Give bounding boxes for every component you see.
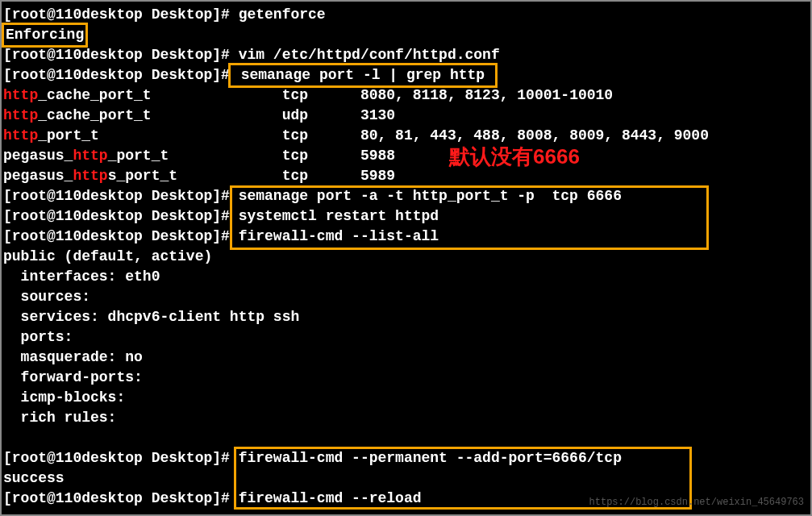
port-pre: pegasus_ xyxy=(3,168,73,184)
port-rest: _cache_port_t tcp 8080, 8118, 8123, 1000… xyxy=(38,87,613,103)
term-line-getenforce: [root@110desktop Desktop]# getenforce xyxy=(3,5,809,25)
port-pre: pegasus_ xyxy=(3,148,73,164)
port-row-pegasus-https: pegasus_https_port_t tcp 5989 xyxy=(3,166,809,186)
fw-icmp-blocks: icmp-blocks: xyxy=(3,388,809,408)
port-rest: _cache_port_t udp 3130 xyxy=(38,107,395,123)
fw-ports: ports: xyxy=(3,327,809,347)
blank-line xyxy=(3,428,809,448)
highlight-enforcing: Enforcing xyxy=(2,23,88,48)
fw-services: services: dhcpv6-client http ssh xyxy=(3,307,809,327)
fw-masquerade: masquerade: no xyxy=(3,347,809,368)
command: getenforce xyxy=(239,6,326,23)
annotation-no-6666: 默认没有6666 xyxy=(449,147,580,167)
port-rest: s_port_t tcp 5989 xyxy=(108,168,395,184)
port-rest: _port_t tcp 5988 xyxy=(108,148,395,164)
prompt: [root@110desktop Desktop]# xyxy=(3,47,239,63)
fw-forward-ports: forward-ports: xyxy=(3,368,809,388)
prompt: [root@110desktop Desktop]# xyxy=(3,6,239,23)
fw-sources: sources: xyxy=(3,287,809,307)
match-http: http xyxy=(3,107,38,123)
match-http: http xyxy=(73,148,107,164)
highlight-semanage-grep: semanage port -l | grep http xyxy=(228,63,498,88)
prompt: [root@110desktop Desktop]# xyxy=(3,450,239,466)
prompt: [root@110desktop Desktop]# xyxy=(3,490,239,506)
prompt: [root@110desktop Desktop] xyxy=(3,228,221,244)
command: vim /etc/httpd/conf/httpd.conf xyxy=(239,47,500,63)
match-http: http xyxy=(3,87,38,103)
port-row-http-cache-udp: http_cache_port_t udp 3130 xyxy=(3,106,809,126)
prompt: [root@110desktop Desktop]# xyxy=(3,67,230,83)
prompt: [root@110desktop Desktop] xyxy=(3,208,221,224)
port-row-pegasus-http: pegasus_http_port_t tcp 5988 xyxy=(3,146,809,166)
fw-rich-rules: rich rules: xyxy=(3,408,809,428)
term-line-enforcing-output: Enforcing xyxy=(3,25,809,45)
fw-interfaces: interfaces: eth0 xyxy=(3,267,809,287)
highlight-box-semanage-systemctl-firewall xyxy=(230,185,709,250)
prompt: [root@110desktop Desktop] xyxy=(3,188,221,204)
port-row-http-port-t: http_port_t tcp 80, 81, 443, 488, 8008, … xyxy=(3,126,809,146)
port-rest: _port_t tcp 80, 81, 443, 488, 8008, 8009… xyxy=(38,127,709,144)
term-line-semanage-list: [root@110desktop Desktop]# semanage port… xyxy=(3,65,809,85)
match-http: http xyxy=(3,127,38,144)
port-row-http-cache-tcp: http_cache_port_t tcp 8080, 8118, 8123, … xyxy=(3,85,809,106)
watermark-text: https://blog.csdn.net/weixin_45649763 xyxy=(589,493,804,513)
match-http: http xyxy=(73,168,107,184)
